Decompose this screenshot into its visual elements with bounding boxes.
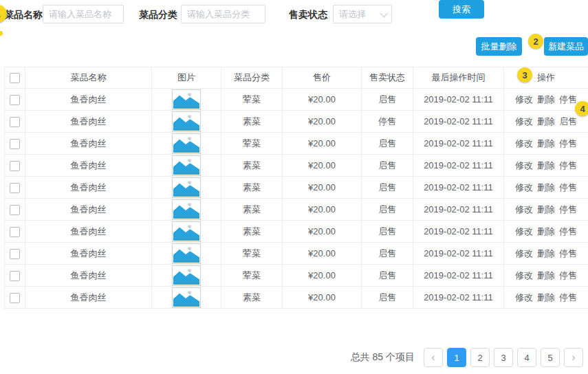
- pagination-page-4[interactable]: 4: [517, 348, 536, 367]
- new-dish-button[interactable]: 新建菜品: [544, 37, 588, 56]
- search-button[interactable]: 搜索: [439, 0, 484, 19]
- dish-category-cell: 荤菜: [221, 133, 283, 155]
- row-select-cell: [5, 221, 25, 243]
- dish-image-icon: [172, 111, 201, 132]
- action-edit-link[interactable]: 修改: [515, 204, 533, 214]
- last-operate-time-cell: 2019-02-02 11:11: [413, 155, 504, 177]
- action-toggle-sale-link[interactable]: 停售: [559, 270, 577, 280]
- dish-name-cell: 鱼香肉丝: [25, 287, 152, 309]
- action-delete-link[interactable]: 删除: [537, 270, 555, 280]
- row-checkbox[interactable]: [10, 183, 20, 193]
- header-price: 售价: [283, 67, 362, 89]
- dish-image-cell: [152, 89, 221, 111]
- dish-image-cell: [152, 111, 221, 133]
- annotation-2: 2: [528, 34, 543, 49]
- dish-image-cell: [152, 221, 221, 243]
- header-actions: 操作: [504, 67, 588, 89]
- row-select-cell: [5, 133, 25, 155]
- action-toggle-sale-link[interactable]: 停售: [559, 182, 577, 192]
- table-row: 鱼香肉丝 荤菜 ¥20.00 启售 2019-02-02 11:11 修改删除停…: [5, 265, 588, 287]
- dish-price-cell: ¥20.00: [283, 199, 362, 221]
- action-edit-link[interactable]: 修改: [515, 226, 533, 236]
- action-toggle-sale-link[interactable]: 停售: [559, 292, 577, 302]
- action-edit-link[interactable]: 修改: [515, 270, 533, 280]
- action-toggle-sale-link[interactable]: 停售: [559, 226, 577, 236]
- row-select-cell: [5, 89, 25, 111]
- row-select-cell: [5, 287, 25, 309]
- row-checkbox[interactable]: [10, 249, 20, 259]
- action-toggle-sale-link[interactable]: 停售: [559, 204, 577, 214]
- pagination-page-1[interactable]: 1: [447, 348, 466, 367]
- row-select-cell: [5, 265, 25, 287]
- action-edit-link[interactable]: 修改: [515, 182, 533, 192]
- dish-image-icon: [172, 89, 201, 110]
- row-checkbox[interactable]: [10, 139, 20, 149]
- dish-status-cell: 启售: [362, 155, 413, 177]
- dish-image-icon: [172, 177, 201, 198]
- select-all-checkbox[interactable]: [10, 73, 20, 83]
- pagination-next-button[interactable]: ›: [564, 348, 583, 367]
- sale-status-label: 售卖状态: [289, 9, 327, 21]
- dish-image-cell: [152, 199, 221, 221]
- dish-category-input[interactable]: [181, 5, 265, 23]
- pagination-page-5[interactable]: 5: [541, 348, 560, 367]
- action-toggle-sale-link[interactable]: 停售: [559, 94, 577, 104]
- dish-name-input[interactable]: [43, 5, 124, 23]
- action-delete-link[interactable]: 删除: [537, 160, 555, 170]
- row-checkbox[interactable]: [10, 161, 20, 171]
- dish-image-icon: [172, 199, 201, 220]
- row-select-cell: [5, 243, 25, 265]
- action-edit-link[interactable]: 修改: [515, 94, 533, 104]
- dish-price-cell: ¥20.00: [283, 243, 362, 265]
- action-delete-link[interactable]: 删除: [537, 226, 555, 236]
- action-delete-link[interactable]: 删除: [537, 182, 555, 192]
- action-edit-link[interactable]: 修改: [515, 116, 533, 126]
- action-toggle-sale-link[interactable]: 停售: [559, 138, 577, 148]
- action-delete-link[interactable]: 删除: [537, 116, 555, 126]
- last-operate-time-cell: 2019-02-02 11:11: [413, 287, 504, 309]
- table-row: 鱼香肉丝 荤菜 ¥20.00 启售 2019-02-02 11:11 修改删除停…: [5, 133, 588, 155]
- dish-name-label: 菜品名称: [4, 9, 43, 21]
- action-delete-link[interactable]: 删除: [537, 138, 555, 148]
- row-checkbox[interactable]: [10, 95, 20, 105]
- sale-status-select[interactable]: 请选择: [333, 5, 392, 23]
- filter-bar: 菜品名称 菜品分类 售卖状态 请选择 搜索: [0, 0, 588, 30]
- row-checkbox[interactable]: [10, 117, 20, 127]
- row-select-cell: [5, 177, 25, 199]
- dish-image-cell: [152, 133, 221, 155]
- batch-delete-button[interactable]: 批量删除: [476, 37, 522, 56]
- pagination-prev-button[interactable]: ‹: [424, 348, 443, 367]
- action-toggle-sale-link[interactable]: 启售: [559, 116, 577, 126]
- action-edit-link[interactable]: 修改: [515, 248, 533, 258]
- dish-category-cell: 荤菜: [221, 243, 283, 265]
- pagination-page-2[interactable]: 2: [470, 348, 490, 367]
- row-actions-cell: 修改删除停售: [504, 155, 588, 177]
- dish-category-cell: 素菜: [221, 111, 283, 133]
- action-edit-link[interactable]: 修改: [515, 160, 533, 170]
- row-checkbox[interactable]: [10, 293, 20, 303]
- row-checkbox[interactable]: [10, 271, 20, 281]
- dish-status-cell: 启售: [362, 133, 413, 155]
- action-delete-link[interactable]: 删除: [537, 94, 555, 104]
- action-delete-link[interactable]: 删除: [537, 204, 555, 214]
- last-operate-time-cell: 2019-02-02 11:11: [413, 89, 504, 111]
- action-edit-link[interactable]: 修改: [515, 138, 533, 148]
- action-toggle-sale-link[interactable]: 停售: [559, 160, 577, 170]
- action-delete-link[interactable]: 删除: [537, 292, 555, 302]
- dish-price-cell: ¥20.00: [283, 287, 362, 309]
- action-delete-link[interactable]: 删除: [537, 248, 555, 258]
- header-image: 图片: [152, 67, 221, 89]
- dish-price-cell: ¥20.00: [283, 89, 362, 111]
- dish-image-icon: [172, 287, 201, 308]
- action-edit-link[interactable]: 修改: [515, 292, 533, 302]
- row-checkbox[interactable]: [10, 227, 20, 237]
- dish-category-cell: 素菜: [221, 221, 283, 243]
- toolbar: 批量删除 新建菜品: [0, 33, 588, 60]
- action-toggle-sale-link[interactable]: 停售: [559, 248, 577, 258]
- chevron-right-icon: ›: [571, 351, 575, 364]
- row-checkbox[interactable]: [10, 205, 20, 215]
- pagination-page-3[interactable]: 3: [494, 348, 513, 367]
- dish-status-cell: 启售: [362, 243, 413, 265]
- last-operate-time-cell: 2019-02-02 11:11: [413, 177, 504, 199]
- row-actions-cell: 修改删除停售: [504, 133, 588, 155]
